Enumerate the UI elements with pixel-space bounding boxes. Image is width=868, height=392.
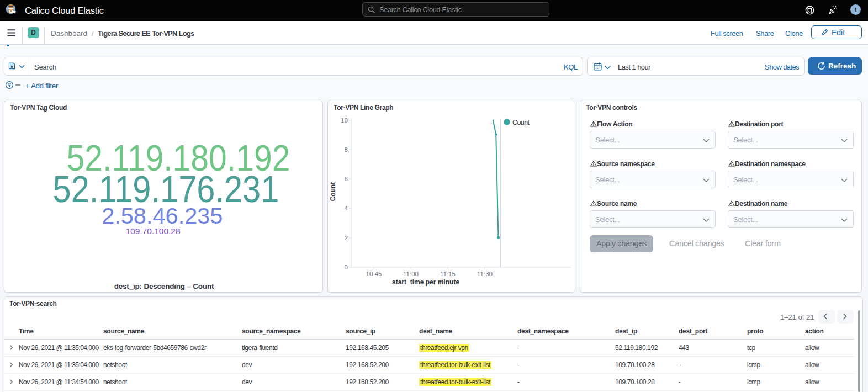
svg-text:10: 10 — [341, 117, 348, 124]
svg-text:6: 6 — [345, 176, 348, 182]
svg-text:4: 4 — [345, 205, 348, 211]
svg-text:11:30: 11:30 — [477, 271, 493, 277]
svg-text:8: 8 — [345, 146, 348, 153]
svg-text:0: 0 — [345, 264, 348, 271]
svg-text:Count: Count — [329, 182, 337, 202]
svg-text:10:45: 10:45 — [366, 271, 382, 277]
svg-text:11:15: 11:15 — [440, 271, 456, 277]
svg-text:2: 2 — [345, 235, 348, 241]
svg-text:start_time per minute: start_time per minute — [392, 278, 459, 286]
svg-text:11:00: 11:00 — [403, 271, 419, 277]
